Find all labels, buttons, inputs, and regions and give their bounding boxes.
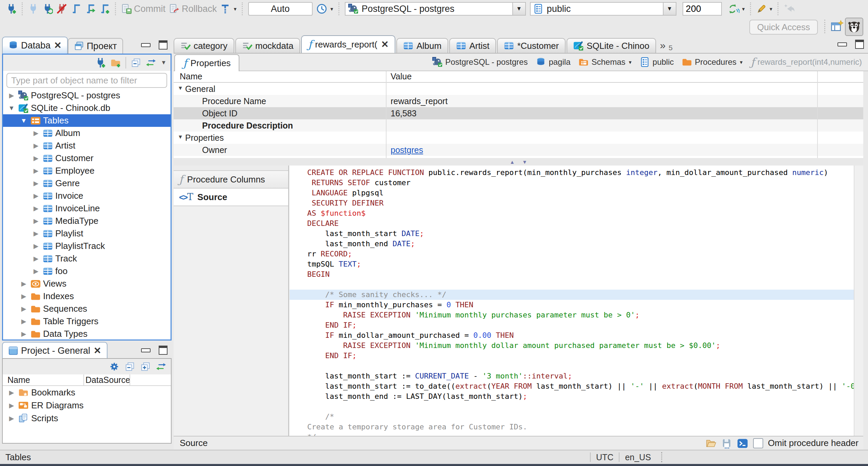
sql-editor-button[interactable] xyxy=(71,3,81,14)
editor-scrollbar[interactable] xyxy=(854,166,863,436)
tree-expander-icon[interactable]: ▶ xyxy=(32,179,40,187)
tree-expander-icon[interactable]: ▶ xyxy=(19,305,28,313)
tree-expander-icon[interactable]: ▶ xyxy=(19,292,28,300)
object-filter-input[interactable] xyxy=(6,73,167,88)
breadcrumb-item-procedures[interactable]: Procedures▾ xyxy=(682,57,743,67)
chevron-down-icon[interactable]: ▾ xyxy=(629,59,632,65)
tab-properties[interactable]: ƒ Properties xyxy=(174,54,239,71)
quick-access-input[interactable]: Quick Access xyxy=(749,20,818,35)
link-with-editor-button[interactable] xyxy=(156,362,166,372)
reconnect-button[interactable] xyxy=(42,3,53,14)
property-row-properties[interactable]: ▼Properties xyxy=(174,132,863,144)
tree-expander-icon[interactable]: ▶ xyxy=(7,402,16,409)
tree-expander-icon[interactable]: ▶ xyxy=(32,154,40,162)
tree-item-album[interactable]: ▶Album xyxy=(3,127,171,139)
tree-expander-icon[interactable]: ▶ xyxy=(7,414,16,422)
project-item-scripts[interactable]: ▶Scripts xyxy=(3,412,171,425)
link-with-editor-button[interactable] xyxy=(146,58,156,68)
close-icon[interactable]: ✕ xyxy=(54,40,62,51)
open-perspective-button[interactable] xyxy=(831,20,844,33)
rollback-button[interactable]: Rollback xyxy=(169,3,217,14)
property-row-procedure-description[interactable]: Procedure Description xyxy=(174,119,863,132)
tree-item-genre[interactable]: ▶Genre xyxy=(3,177,171,190)
collapse-all-button[interactable] xyxy=(125,362,135,372)
group-expander-icon[interactable]: ▼ xyxy=(178,85,183,91)
gear-icon[interactable] xyxy=(109,362,119,372)
project-item-er-diagrams[interactable]: ▶ER Diagrams xyxy=(3,399,171,412)
minimize-icon[interactable] xyxy=(141,348,151,352)
column-divider[interactable] xyxy=(130,374,130,385)
tree-expander-icon[interactable]: ▼ xyxy=(19,117,28,124)
minimize-icon[interactable] xyxy=(141,43,151,47)
view-menu-icon[interactable]: ▼ xyxy=(161,59,166,66)
tree-item-mediatype[interactable]: ▶MediaType xyxy=(3,215,171,227)
sash-down-icon[interactable]: ▼ xyxy=(522,159,527,165)
tree-item-playlist[interactable]: ▶Playlist xyxy=(3,227,171,240)
tree-item-data-types[interactable]: ▶Data Types xyxy=(3,328,171,339)
tree-item-foo[interactable]: ▶foo xyxy=(3,265,171,277)
tree-item-indexes[interactable]: ▶Indexes xyxy=(3,290,171,303)
disconnect-button[interactable] xyxy=(56,3,67,14)
splitter-sash[interactable]: ▲▼ xyxy=(174,158,863,166)
tree-expander-icon[interactable]: ▶ xyxy=(32,230,40,237)
tree-item-postgresql-postgres[interactable]: ▶PostgreSQL - postgres xyxy=(3,89,171,102)
maximize-icon[interactable] xyxy=(159,40,167,50)
property-row-owner[interactable]: Ownerpostgres xyxy=(174,144,863,156)
sash-up-icon[interactable]: ▲ xyxy=(510,159,515,165)
tree-expander-icon[interactable]: ▶ xyxy=(32,217,40,225)
close-icon[interactable]: ✕ xyxy=(94,345,101,356)
active-schema-combo[interactable]: public ▼ xyxy=(530,2,676,16)
breadcrumb-item-rewards-report-int4-numeric[interactable]: ƒrewards_report(int4,numeric) xyxy=(751,57,862,67)
new-connection-button[interactable] xyxy=(95,57,106,68)
tree-expander-icon[interactable]: ▶ xyxy=(7,92,16,99)
column-header-value[interactable]: Value xyxy=(391,72,412,81)
tree-expander-icon[interactable]: ▶ xyxy=(32,142,40,150)
editor-tab-customer[interactable]: *Customer xyxy=(497,38,566,53)
tree-item-sqlite-chinook-db[interactable]: ▼SQLite - Chinook.db xyxy=(3,102,171,114)
breadcrumb-item-pagila[interactable]: pagila xyxy=(536,57,570,67)
breadcrumb-item-schemas[interactable]: Schemas▾ xyxy=(578,57,631,67)
new-folder-button[interactable] xyxy=(111,58,121,68)
maximize-icon[interactable] xyxy=(855,40,864,49)
tree-item-track[interactable]: ▶Track xyxy=(3,252,171,265)
tree-item-tables[interactable]: ▼Tables xyxy=(3,114,171,127)
breadcrumb-item-postgresql-postgres[interactable]: PostgreSQL - postgres xyxy=(432,57,528,67)
commit-mode-combo[interactable]: Auto xyxy=(248,2,313,16)
commit-button[interactable]: Commit xyxy=(121,3,165,14)
tree-item-invoice[interactable]: ▶Invoice xyxy=(3,190,171,202)
tab-database-navigator[interactable]: Databa ✕ xyxy=(2,37,68,54)
expand-all-button[interactable] xyxy=(140,362,151,372)
editor-tab-artist[interactable]: Artist xyxy=(449,38,496,53)
open-sql-script-button[interactable] xyxy=(85,3,96,14)
tree-expander-icon[interactable]: ▶ xyxy=(32,192,40,200)
project-item-bookmarks[interactable]: ▶Bookmarks xyxy=(3,386,171,399)
tree-expander-icon[interactable]: ▶ xyxy=(19,317,28,325)
tree-expander-icon[interactable]: ▶ xyxy=(19,330,28,338)
tree-item-invoiceline[interactable]: ▶InvoiceLine xyxy=(3,202,171,215)
column-divider[interactable] xyxy=(386,71,387,158)
tree-item-customer[interactable]: ▶Customer xyxy=(3,152,171,164)
status-locale[interactable]: en_US xyxy=(619,452,656,462)
column-divider[interactable] xyxy=(83,374,84,385)
column-header-name[interactable]: Name xyxy=(180,72,202,81)
back-button[interactable] xyxy=(784,3,795,15)
group-expander-icon[interactable]: ▼ xyxy=(178,134,183,140)
tree-item-table-triggers[interactable]: ▶Table Triggers xyxy=(3,315,171,328)
status-timezone[interactable]: UTC xyxy=(591,452,619,462)
tree-expander-icon[interactable]: ▶ xyxy=(7,389,16,396)
editor-tab-album[interactable]: Album xyxy=(396,38,448,53)
tree-expander-icon[interactable]: ▶ xyxy=(32,129,40,137)
column-divider[interactable] xyxy=(817,71,818,158)
omit-procedure-header-checkbox[interactable] xyxy=(753,438,763,448)
editor-tab-mockdata[interactable]: mockdata xyxy=(235,38,300,53)
save-to-file-button[interactable] xyxy=(721,438,732,449)
open-in-sql-console-button[interactable] xyxy=(737,438,748,449)
maximize-icon[interactable] xyxy=(159,346,167,355)
annotate-button[interactable]: ▾ xyxy=(756,3,772,14)
breadcrumb-item-public[interactable]: public xyxy=(640,57,674,67)
source-code[interactable]: CREATE OR REPLACE FUNCTION public.reward… xyxy=(290,166,854,436)
new-sql-editor-button[interactable] xyxy=(99,3,110,14)
tab-overflow-button[interactable]: »5 xyxy=(657,38,675,53)
new-connection-button[interactable] xyxy=(6,3,17,14)
tree-item-artist[interactable]: ▶Artist xyxy=(3,139,171,152)
